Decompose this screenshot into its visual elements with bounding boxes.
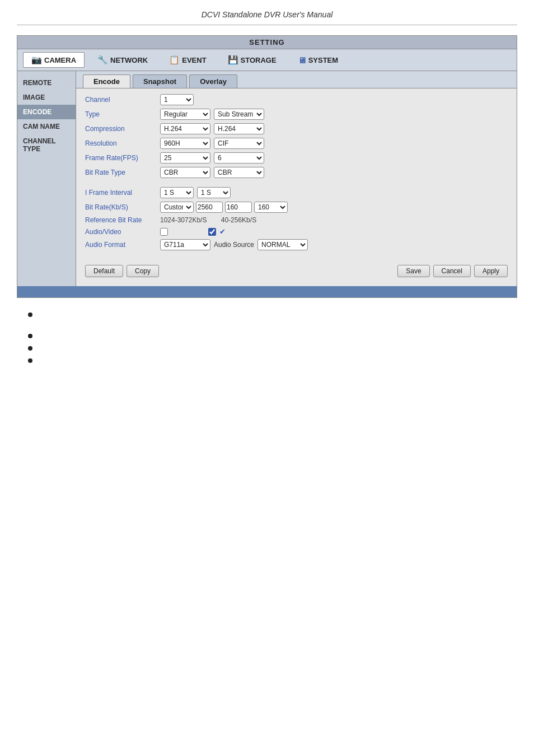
bit-rate-controls: Custom6412825651210242048 160256512 [160,202,288,213]
audio-format-select[interactable]: G711aG711uPCM [160,239,210,250]
nav-event-label: EVENT [182,56,206,64]
sidebar-item-cam-name[interactable]: CAM NAME [17,119,76,134]
nav-camera-label: CAMERA [44,56,76,64]
compression-label: Compression [85,125,158,133]
tab-overlay[interactable]: Overlay [189,74,237,88]
type-controls: RegularMotion DetectAlarm Sub Stream1Sub… [160,109,264,120]
reference-bit-rate-values: 1024-3072Kb/S 40-256Kb/S [160,216,256,224]
type-sub-select[interactable]: Sub Stream1Sub Stream2 [214,109,264,120]
audio-video-sub-checkbox[interactable] [208,228,216,236]
sidebar: REMOTE IMAGE ENCODE CAM NAME CHANNEL TYP… [17,71,76,286]
sidebar-item-encode[interactable]: ENCODE [17,105,76,119]
nav-camera[interactable]: 📷 CAMERA [23,52,85,68]
footer-buttons: Default Copy Save Cancel Apply [76,259,517,279]
frame-rate-label: Frame Rate(FPS) [85,154,158,162]
audio-format-controls: G711aG711uPCM Audio Source NORMALHDMI [160,239,308,250]
form-area: Channel 1234 Type RegularMotion DetectAl… [76,88,517,259]
bullet-item-2 [28,330,506,338]
reference-bit-rate-spacer [210,216,217,224]
form-row-type: Type RegularMotion DetectAlarm Sub Strea… [85,109,508,120]
page-title: DCVI Standalone DVR User's Manual [0,0,534,25]
form-row-iframe-interval: I Frame Interval 1 S2 S3 S4 S5 S 1 S2 S3… [85,187,508,198]
audio-video-sub-check-icon: ✔ [219,227,226,236]
top-divider [17,25,517,25]
nav-system-label: SYSTEM [308,56,338,64]
frame-rate-main-select[interactable]: 253015106 [160,152,210,164]
audio-video-label: Audio/Video [85,228,158,236]
channel-select[interactable]: 1234 [160,94,194,105]
audio-video-main-checkbox[interactable] [160,228,168,236]
bit-rate-label: Bit Rate(Kb/S) [85,203,158,211]
iframe-interval-sub-select[interactable]: 1 S2 S3 S4 S5 S [197,187,231,198]
bullet-section [0,298,534,379]
nav-event[interactable]: 📋 EVENT [161,52,214,68]
frame-rate-controls: 253015106 6421 [160,152,264,164]
tab-encode[interactable]: Encode [83,74,130,88]
form-row-audio-format: Audio Format G711aG711uPCM Audio Source … [85,239,508,250]
nav-storage[interactable]: 💾 STORAGE [219,52,285,68]
channel-label: Channel [85,96,158,104]
apply-button[interactable]: Apply [474,265,508,277]
main-container: SETTING 📷 CAMERA 🔧 NETWORK 📋 EVENT 💾 STO… [17,35,517,298]
cancel-button[interactable]: Cancel [433,265,471,277]
bullet-item-4 [28,355,506,363]
bit-rate-custom-select[interactable]: Custom6412825651210242048 [160,202,194,213]
footer-right-buttons: Save Cancel Apply [397,265,508,277]
copy-button[interactable]: Copy [127,265,159,277]
bullet-item-3 [28,343,506,351]
sidebar-item-image[interactable]: IMAGE [17,90,76,105]
resolution-main-select[interactable]: 960HD1HD1CIF [160,138,210,149]
iframe-interval-label: I Frame Interval [85,189,158,197]
frame-rate-sub-select[interactable]: 6421 [214,152,264,164]
bullet-dot-4 [28,358,32,363]
bit-rate-sub-input[interactable] [225,202,252,213]
camera-icon: 📷 [31,55,42,65]
bullet-dot-3 [28,346,32,351]
storage-icon: 💾 [228,55,238,65]
type-main-select[interactable]: RegularMotion DetectAlarm [160,109,210,120]
form-row-bit-rate: Bit Rate(Kb/S) Custom6412825651210242048… [85,202,508,213]
reference-bit-rate-label: Reference Bit Rate [85,216,158,224]
resolution-sub-select[interactable]: CIFQCIFD1 [214,138,264,149]
compression-sub-select[interactable]: H.264H.265MJPEG [214,123,264,134]
bit-rate-main-input[interactable] [196,202,223,213]
iframe-interval-main-select[interactable]: 1 S2 S3 S4 S5 S [160,187,194,198]
form-row-reference-bit-rate: Reference Bit Rate 1024-3072Kb/S 40-256K… [85,216,508,224]
system-icon: 🖥 [298,55,306,65]
bit-rate-type-main-select[interactable]: CBRVBR [160,167,210,178]
form-row-compression: Compression H.264H.265MJPEG H.264H.265MJ… [85,123,508,134]
bullet-item-1 [28,309,506,317]
bullet-dot-2 [28,334,32,338]
sidebar-item-remote[interactable]: REMOTE [17,76,76,90]
resolution-controls: 960HD1HD1CIF CIFQCIFD1 [160,138,264,149]
nav-network-label: NETWORK [110,56,148,64]
audio-video-controls: ✔ [160,227,226,236]
compression-main-select[interactable]: H.264H.265MJPEG [160,123,210,134]
form-row-audio-video: Audio/Video ✔ [85,227,508,236]
nav-network[interactable]: 🔧 NETWORK [89,52,156,68]
reference-bit-rate-main: 1024-3072Kb/S [160,216,207,224]
event-icon: 📋 [169,55,180,65]
nav-system[interactable]: 🖥 SYSTEM [289,53,346,68]
audio-source-select[interactable]: NORMALHDMI [257,239,308,250]
iframe-interval-controls: 1 S2 S3 S4 S5 S 1 S2 S3 S4 S5 S [160,187,231,198]
form-row-bit-rate-type: Bit Rate Type CBRVBR CBRVBR [85,167,508,178]
nav-storage-label: STORAGE [241,56,277,64]
setting-title-bar: SETTING [17,36,517,49]
default-button[interactable]: Default [85,265,123,277]
bit-rate-sub-select[interactable]: 160256512 [254,202,288,213]
network-icon: 🔧 [97,55,108,65]
bit-rate-type-sub-select[interactable]: CBRVBR [214,167,264,178]
bottom-bar [17,286,517,297]
compression-controls: H.264H.265MJPEG H.264H.265MJPEG [160,123,264,134]
bit-rate-type-label: Bit Rate Type [85,169,158,176]
tabs-bar: Encode Snapshot Overlay [76,71,517,88]
content-area: REMOTE IMAGE ENCODE CAM NAME CHANNEL TYP… [17,71,517,286]
type-label: Type [85,110,158,118]
sidebar-item-channel-type[interactable]: CHANNEL TYPE [17,134,76,156]
tab-snapshot[interactable]: Snapshot [133,74,187,88]
save-button[interactable]: Save [397,265,429,277]
bullet-dot-1 [28,312,32,317]
reference-bit-rate-sub: 40-256Kb/S [221,216,256,224]
form-row-channel: Channel 1234 [85,94,508,105]
